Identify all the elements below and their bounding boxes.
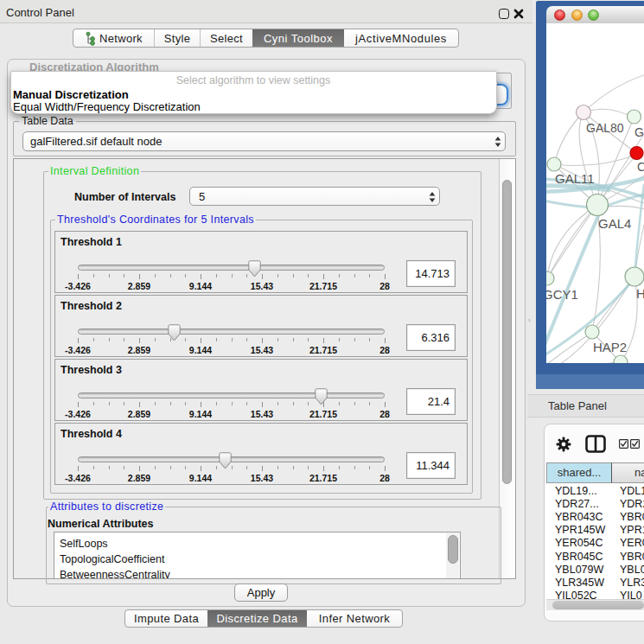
svg-text:GAL80: GAL80 xyxy=(586,121,624,135)
svg-text:HAP2: HAP2 xyxy=(593,340,627,354)
svg-text:GA: GA xyxy=(634,125,644,139)
svg-text:GAL11: GAL11 xyxy=(555,171,595,186)
svg-text:C: C xyxy=(637,160,644,174)
svg-text:GAL4: GAL4 xyxy=(598,216,631,231)
svg-text:GCY1: GCY1 xyxy=(546,287,578,302)
svg-text:H: H xyxy=(636,286,644,301)
